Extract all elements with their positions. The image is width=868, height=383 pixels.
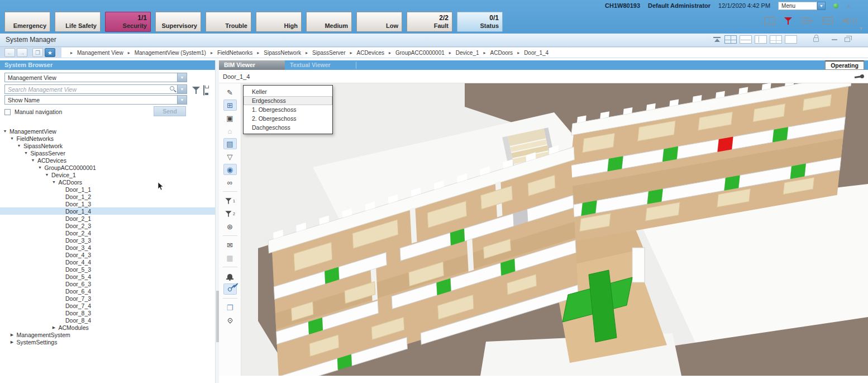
tree-expanded-icon[interactable]: ▼ (44, 173, 50, 177)
bim-3d-drawing[interactable] (241, 83, 868, 376)
tree-item-door_5_3[interactable]: Door_5_3 (0, 266, 215, 273)
tree-item-door_3_3[interactable]: Door_3_3 (0, 237, 215, 244)
breadcrumb-item[interactable]: ACDevices (356, 50, 384, 56)
tree-item-door_8_4[interactable]: Door_8_4 (0, 316, 215, 324)
home-icon[interactable]: ⌂ (223, 125, 237, 136)
tree-item-door_2_3[interactable]: Door_2_3 (0, 222, 215, 229)
chevron-down-icon[interactable]: ▼ (817, 2, 826, 10)
bell-icon[interactable] (223, 271, 237, 282)
tree-item-sipassserver[interactable]: ▼SipassServer (0, 149, 215, 157)
floor-item-erdgeschoss[interactable]: Erdgeschoss (244, 96, 332, 105)
report-icon[interactable]: ❐ (223, 302, 237, 313)
tree-expanded-icon[interactable]: ▼ (2, 129, 8, 133)
lock-icon[interactable] (813, 37, 819, 42)
floor-item-2-obergeschoss[interactable]: 2. Obergeschoss (244, 114, 332, 123)
operating-mode-button[interactable]: Operating (825, 60, 864, 70)
breadcrumb-item[interactable]: Management View (77, 50, 123, 56)
breadcrumb-item[interactable]: ManagementView (System1) (135, 50, 206, 56)
screen-icon[interactable]: ▣ (223, 112, 237, 124)
tree-item-groupacc0000001[interactable]: ▼GroupACC0000001 (0, 164, 215, 171)
grid-icon[interactable]: ⊞ (223, 100, 237, 111)
tree-expanded-icon[interactable]: ▼ (37, 166, 43, 169)
tree-collapsed-icon[interactable]: ▶ (9, 333, 15, 337)
chevron-down-icon[interactable]: ▼ (177, 73, 187, 82)
bim-3d-scene[interactable] (241, 83, 868, 376)
collapse-icon[interactable] (713, 35, 722, 44)
tree-item-acdoors[interactable]: ▼ACDoors (0, 178, 215, 186)
tree-item-sipassnetwork[interactable]: ▼SipassNetwork (0, 142, 215, 149)
layout-grid-icon[interactable] (724, 35, 737, 44)
search-input[interactable]: Search Management View ▼ (4, 84, 187, 94)
tree-item-device_1[interactable]: ▼Device_1 (0, 171, 215, 178)
tree-collapsed-icon[interactable]: ▶ (51, 325, 57, 330)
tree-item-acmodules[interactable]: ▶ACModules (0, 324, 215, 331)
link-icon[interactable]: ∞ (223, 177, 237, 188)
floor-item-1-obergeschoss[interactable]: 1. Obergeschoss (244, 105, 332, 114)
tree-item-door_7_3[interactable]: Door_7_3 (0, 295, 215, 302)
tree-expanded-icon[interactable]: ▼ (16, 144, 22, 148)
minimize-icon[interactable] (832, 39, 837, 40)
tree-item-door_1_4[interactable]: Door_1_4 (0, 207, 215, 215)
floor-item-dachgeschoss[interactable]: Dachgeschoss (244, 123, 332, 132)
search-icon[interactable] (170, 86, 174, 91)
tree-collapsed-icon[interactable]: ▶ (9, 340, 15, 344)
chevron-down-icon[interactable]: ▼ (177, 85, 187, 93)
tree-item-door_1_1[interactable]: Door_1_1 (0, 186, 215, 193)
pin-icon[interactable] (855, 75, 862, 78)
pen-icon[interactable]: ✎ (223, 87, 237, 98)
tree-item-systemsettings[interactable]: ▶SystemSettings (0, 338, 215, 346)
breadcrumb-item[interactable]: SipassNetwork (264, 50, 301, 56)
tree-expanded-icon[interactable]: ▼ (30, 158, 36, 162)
filter-icon[interactable] (192, 86, 200, 96)
category-security-button[interactable]: 1/1Security (105, 12, 151, 32)
floor-item-keller[interactable]: Keller (244, 87, 332, 96)
category-medium-button[interactable]: Medium (306, 12, 352, 32)
favorite-star-icon[interactable]: ★ (45, 48, 55, 57)
menu-dropdown-value[interactable]: Menu (778, 2, 817, 10)
tree-expanded-icon[interactable]: ▼ (9, 136, 15, 140)
filter-1-icon[interactable]: 1 (223, 195, 237, 206)
breadcrumb-item[interactable]: FieldNetworks (217, 50, 252, 56)
tree-item-door_8_3[interactable]: Door_8_3 (0, 309, 215, 316)
breadcrumb-item[interactable]: Device_1 (456, 50, 479, 56)
tree-item-managementview[interactable]: ▼ManagementView (0, 127, 215, 135)
expand-bar-icon[interactable]: ▼ (859, 26, 864, 31)
breadcrumb-item[interactable]: GroupACC0000001 (395, 50, 445, 56)
sound-icon[interactable] (842, 16, 856, 25)
message-icon[interactable]: ✉ (223, 239, 237, 250)
zone-icon[interactable]: ⊛ (223, 221, 237, 232)
key-icon[interactable] (223, 283, 237, 295)
chevron-down-icon[interactable]: ▼ (177, 96, 187, 104)
restore-icon[interactable] (845, 37, 850, 42)
layout-blank-icon[interactable] (785, 35, 797, 44)
layout-bottom-icon[interactable] (740, 35, 752, 44)
tree-expanded-icon[interactable]: ▼ (23, 151, 29, 155)
circle-dot-icon[interactable]: ◉ (223, 164, 237, 175)
category-low-button[interactable]: Low (356, 12, 402, 32)
tab-bim-viewer[interactable]: BIM Viewer (219, 60, 285, 70)
category-emergency-button[interactable]: Emergency (4, 12, 50, 32)
save-search-icon[interactable] (203, 86, 204, 96)
document-icon[interactable]: ▤ (223, 138, 237, 149)
category-status-button[interactable]: 0/1Status (457, 12, 503, 32)
category-life-safety-button[interactable]: Life Safety (55, 12, 101, 32)
layout-left-icon[interactable] (755, 35, 767, 44)
category-high-button[interactable]: High (256, 12, 302, 32)
tree-item-door_2_4[interactable]: Door_2_4 (0, 229, 215, 237)
tree-scrollbar[interactable] (215, 60, 219, 383)
tree-item-door_3_4[interactable]: Door_3_4 (0, 244, 215, 251)
tree-item-acdevices[interactable]: ▼ACDevices (0, 157, 215, 164)
back-icon[interactable]: ← (4, 48, 15, 57)
breadcrumb-item[interactable]: SipassServer (312, 50, 345, 56)
tree-item-door_2_1[interactable]: Door_2_1 (0, 215, 215, 222)
event-list-icon[interactable] (801, 17, 813, 25)
tree-item-managementsystem[interactable]: ▶ManagementSystem (0, 331, 215, 338)
view-selector[interactable]: Management View ▼ (4, 73, 187, 82)
tree-item-door_5_4[interactable]: Door_5_4 (0, 273, 215, 280)
filter-2-icon[interactable]: 2 (223, 208, 237, 219)
event-filter-icon[interactable] (784, 17, 792, 25)
tree-item-fieldnetworks[interactable]: ▼FieldNetworks (0, 135, 215, 142)
forward-icon[interactable]: → (17, 48, 27, 57)
tree-item-door_6_3[interactable]: Door_6_3 (0, 280, 215, 287)
tree-item-door_4_3[interactable]: Door_4_3 (0, 251, 215, 258)
